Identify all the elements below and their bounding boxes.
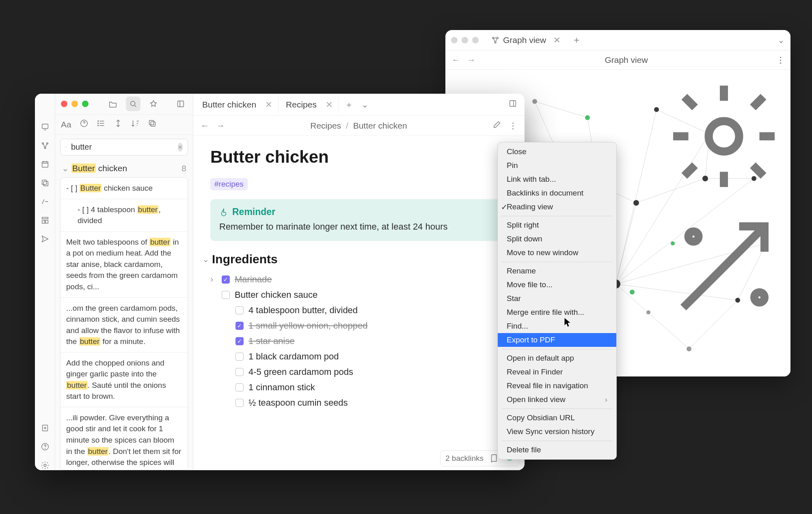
- window-controls[interactable]: [60, 101, 93, 107]
- copy-icon[interactable]: [40, 178, 50, 188]
- menu-item[interactable]: Move file to...: [498, 278, 616, 292]
- traffic-minimize-icon[interactable]: [71, 101, 78, 107]
- menu-item[interactable]: View Sync version history: [498, 425, 616, 439]
- search-input[interactable]: [71, 142, 174, 152]
- checkbox[interactable]: ✓: [222, 275, 230, 284]
- new-tab-button[interactable]: +: [569, 33, 584, 47]
- search-result[interactable]: - [ ] Butter chicken sauce: [60, 178, 188, 199]
- menu-item[interactable]: Rename: [498, 264, 616, 278]
- chevron-down-icon[interactable]: ⌄: [777, 35, 785, 45]
- backlinks-count[interactable]: 2 backlinks: [445, 454, 484, 463]
- search-result[interactable]: Melt two tablespoons of butter in a pot …: [60, 232, 188, 298]
- menu-item[interactable]: Open in default app: [498, 351, 616, 365]
- help-icon[interactable]: [40, 442, 50, 452]
- window-controls[interactable]: [451, 37, 483, 43]
- close-icon[interactable]: ✕: [553, 35, 561, 45]
- more-icon[interactable]: ⋮: [509, 121, 517, 131]
- traffic-close-icon[interactable]: [451, 37, 458, 43]
- collapse-sidebar-icon[interactable]: [173, 97, 188, 111]
- menu-item[interactable]: Delete file: [498, 443, 616, 457]
- checkbox[interactable]: [235, 306, 244, 314]
- clear-search-icon[interactable]: ✕: [178, 143, 183, 152]
- checkbox[interactable]: ✓: [235, 322, 244, 330]
- menu-item[interactable]: Split down: [498, 232, 616, 246]
- menu-item[interactable]: Split right: [498, 218, 616, 232]
- checkbox[interactable]: [235, 383, 244, 391]
- expand-sidebar-icon[interactable]: [508, 99, 517, 110]
- menu-item[interactable]: Find...: [498, 319, 616, 333]
- gear-icon[interactable]: [663, 75, 785, 197]
- search-result[interactable]: - [ ] 4 tablespoon butter, divided: [60, 199, 188, 232]
- copy-results-icon[interactable]: [148, 119, 157, 130]
- svg-rect-76: [510, 101, 516, 107]
- list-icon[interactable]: [97, 119, 106, 130]
- menu-item[interactable]: Reveal file in navigation: [498, 379, 616, 393]
- search-result[interactable]: Add the chopped onions and ginger garlic…: [60, 353, 188, 407]
- menu-item[interactable]: Export to PDF: [498, 333, 616, 347]
- traffic-zoom-icon[interactable]: [472, 37, 479, 43]
- explain-icon[interactable]: [80, 119, 89, 130]
- svg-point-31: [633, 200, 639, 206]
- menu-item[interactable]: Close: [498, 145, 616, 159]
- edit-icon[interactable]: [492, 120, 501, 131]
- checkbox[interactable]: ✓: [235, 337, 244, 345]
- command-icon[interactable]: [40, 197, 50, 206]
- svg-rect-52: [42, 124, 48, 129]
- nav-back-icon[interactable]: ←: [451, 55, 461, 65]
- chevron-right-icon[interactable]: ›: [210, 274, 217, 285]
- menu-item[interactable]: Star: [498, 292, 616, 305]
- nav-forward-icon[interactable]: →: [466, 55, 476, 65]
- nav-forward-icon[interactable]: →: [216, 121, 225, 131]
- search-result[interactable]: ...ili powder. Give everything a good st…: [60, 407, 188, 470]
- star-button[interactable]: [146, 97, 161, 111]
- svg-rect-60: [42, 220, 44, 223]
- checkbox[interactable]: [235, 368, 244, 376]
- traffic-zoom-icon[interactable]: [82, 101, 89, 107]
- task-item: ✓1 star anise: [210, 333, 508, 349]
- menu-item[interactable]: Link with tab...: [498, 172, 616, 186]
- traffic-close-icon[interactable]: [61, 101, 67, 107]
- menu-item[interactable]: Move to new window: [498, 246, 616, 260]
- files-button[interactable]: [106, 97, 120, 111]
- menu-item[interactable]: Merge entire file with...: [498, 305, 616, 319]
- quick-switcher-icon[interactable]: [40, 122, 50, 132]
- menu-item[interactable]: Reading view: [498, 200, 616, 214]
- vault-icon[interactable]: [40, 423, 50, 433]
- tab-butter-chicken[interactable]: Butter chicken ✕: [197, 96, 279, 114]
- menu-item[interactable]: Pin: [498, 159, 616, 172]
- breadcrumb[interactable]: Recipes / Butter chicken: [232, 121, 485, 131]
- close-icon[interactable]: ✕: [265, 100, 272, 110]
- settings-icon[interactable]: [40, 460, 50, 470]
- calendar-icon[interactable]: [40, 159, 50, 169]
- graph-icon[interactable]: [40, 141, 50, 151]
- case-icon[interactable]: Aa: [61, 120, 71, 129]
- checkbox[interactable]: [235, 353, 244, 361]
- menu-item[interactable]: Open linked view›: [498, 393, 616, 406]
- chevron-down-icon[interactable]: ⌄: [202, 254, 209, 264]
- svg-rect-68: [178, 101, 184, 107]
- menu-item[interactable]: Reveal in Finder: [498, 365, 616, 379]
- result-file-header[interactable]: ⌄ Butter chicken 8: [55, 159, 193, 177]
- task-item: 4 tablespoon butter, divided: [210, 303, 508, 318]
- menu-item[interactable]: Copy Obsidian URL: [498, 411, 616, 425]
- search-button[interactable]: [126, 97, 140, 111]
- menu-item[interactable]: Backlinks in document: [498, 186, 616, 200]
- tag-recipes[interactable]: #recipes: [210, 178, 248, 190]
- svg-point-67: [130, 101, 135, 106]
- tab-graph-view[interactable]: Graph view ✕: [487, 33, 565, 47]
- checkbox[interactable]: [235, 399, 244, 407]
- search-result[interactable]: ...om the green cardamom pods, cinnamon …: [60, 298, 188, 353]
- wand-icon[interactable]: [663, 206, 785, 328]
- chevron-down-icon[interactable]: ⌄: [361, 100, 369, 110]
- checkbox[interactable]: [222, 291, 230, 299]
- sort-icon[interactable]: [131, 119, 140, 130]
- more-icon[interactable]: ⋮: [776, 55, 785, 65]
- collapse-icon[interactable]: [114, 119, 123, 130]
- tab-recipes[interactable]: Recipes ✕: [280, 96, 339, 114]
- close-icon[interactable]: ✕: [326, 100, 333, 110]
- template-icon[interactable]: [40, 215, 50, 225]
- send-icon[interactable]: [40, 234, 50, 244]
- traffic-minimize-icon[interactable]: [462, 37, 468, 43]
- new-tab-button[interactable]: ＋: [345, 99, 353, 110]
- nav-back-icon[interactable]: ←: [201, 121, 209, 131]
